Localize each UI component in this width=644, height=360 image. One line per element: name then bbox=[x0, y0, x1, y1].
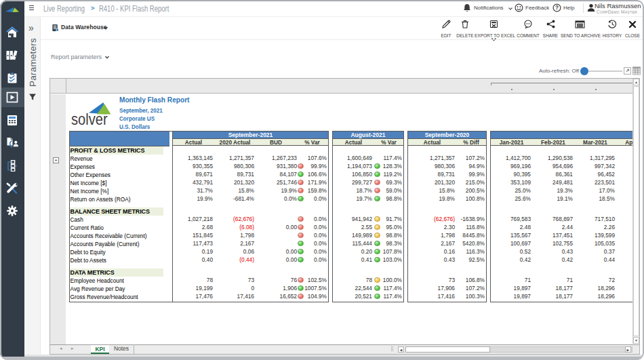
svg-text:?: ? bbox=[555, 5, 559, 11]
